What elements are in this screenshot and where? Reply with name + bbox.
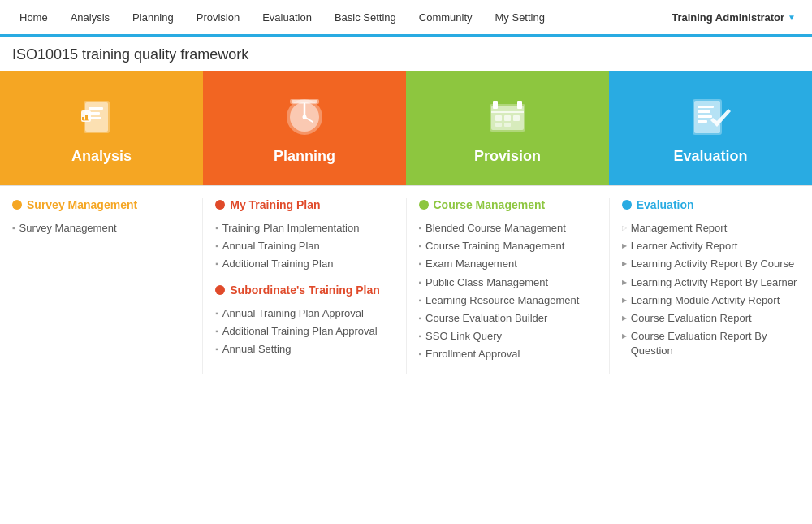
svg-rect-18	[493, 101, 498, 109]
analysis-icon	[77, 93, 126, 141]
content-area: Survey Management Survey Management My T…	[0, 185, 812, 374]
my-training-plan-menu: Training Plan Implementation Annual Trai…	[215, 219, 393, 274]
svg-rect-29	[698, 110, 710, 113]
course-management-header: Course Management	[419, 198, 597, 211]
evaluation-menu: Management Report Learner Activity Repor…	[622, 219, 800, 361]
menu-item-learner-activity-report[interactable]: Learner Activity Report	[622, 237, 800, 255]
subordinates-training-plan-header: Subordinate's Training Plan	[215, 284, 393, 297]
subordinates-dot	[215, 285, 225, 295]
menu-item-learning-activity-by-course[interactable]: Learning Activity Report By Course	[622, 255, 800, 273]
menu-item-annual-plan-approval[interactable]: Annual Training Plan Approval	[215, 305, 393, 323]
svg-rect-22	[504, 115, 511, 121]
menu-item-course-eval-builder[interactable]: Course Evaluation Builder	[419, 310, 597, 327]
svg-rect-28	[698, 106, 714, 108]
user-menu-arrow: ▼	[788, 13, 796, 22]
nav-item-basic-setting[interactable]: Basic Setting	[323, 0, 408, 36]
svg-rect-19	[517, 101, 522, 109]
analysis-menu: Survey Management	[12, 219, 190, 237]
menu-item-training-plan-impl[interactable]: Training Plan Implementation	[215, 219, 393, 237]
tile-analysis-label: Analysis	[71, 148, 132, 165]
evaluation-icon	[686, 93, 735, 141]
menu-item-blended-course[interactable]: Blended Course Management	[419, 219, 597, 237]
menu-item-survey-management[interactable]: Survey Management	[12, 219, 190, 237]
svg-rect-8	[85, 115, 88, 120]
svg-rect-2	[89, 107, 103, 110]
svg-rect-23	[513, 115, 520, 121]
evaluation-section-header: Evaluation	[622, 198, 800, 211]
page-title: ISO10015 training quality framework	[0, 37, 812, 71]
nav-item-my-setting[interactable]: My Setting	[484, 0, 556, 36]
analysis-column: Survey Management Survey Management	[0, 198, 203, 374]
nav-item-community[interactable]: Community	[408, 0, 484, 36]
my-training-plan-title: My Training Plan	[230, 198, 320, 211]
menu-item-additional-training-plan[interactable]: Additional Training Plan	[215, 255, 393, 273]
course-management-title: Course Management	[434, 198, 546, 211]
menu-item-learning-resource[interactable]: Learning Resource Management	[419, 292, 597, 310]
nav-item-analysis[interactable]: Analysis	[59, 0, 121, 36]
nav-item-provision[interactable]: Provision	[185, 0, 251, 36]
menu-item-sso-link[interactable]: SSO Link Query	[419, 327, 597, 345]
menu-item-enrollment-approval[interactable]: Enrollment Approval	[419, 345, 597, 363]
subordinates-menu: Annual Training Plan Approval Additional…	[215, 305, 393, 359]
menu-item-course-eval-by-question[interactable]: Course Evaluation Report By Question	[622, 327, 800, 360]
planning-column: My Training Plan Training Plan Implement…	[203, 198, 406, 374]
subordinates-title: Subordinate's Training Plan	[230, 284, 380, 297]
analysis-section-title: Survey Management	[27, 198, 137, 211]
user-menu[interactable]: Training Administrator ▼	[663, 11, 804, 24]
course-management-dot	[419, 200, 429, 210]
menu-item-course-eval-report[interactable]: Course Evaluation Report	[622, 310, 800, 327]
user-name: Training Administrator	[672, 11, 784, 24]
menu-item-exam-mgmt[interactable]: Exam Management	[419, 255, 597, 273]
nav-items-container: Home Analysis Planning Provision Evaluat…	[8, 0, 663, 36]
planning-icon	[280, 93, 329, 141]
svg-rect-21	[495, 115, 502, 121]
svg-point-13	[303, 115, 307, 119]
svg-rect-15	[292, 100, 317, 103]
tile-evaluation[interactable]: Evaluation	[609, 71, 812, 185]
svg-rect-24	[495, 123, 502, 127]
my-training-plan-dot	[215, 200, 225, 210]
analysis-dot	[12, 200, 22, 210]
course-management-menu: Blended Course Management Course Trainin…	[419, 219, 597, 364]
tile-analysis[interactable]: Analysis	[0, 71, 203, 185]
menu-item-annual-setting[interactable]: Annual Setting	[215, 340, 393, 358]
svg-rect-31	[698, 120, 707, 123]
tile-planning[interactable]: Planning	[203, 71, 406, 185]
tile-provision[interactable]: Provision	[406, 71, 609, 185]
nav-item-home[interactable]: Home	[8, 0, 59, 36]
tile-planning-label: Planning	[274, 148, 335, 165]
provision-column: Course Management Blended Course Managem…	[407, 198, 610, 374]
menu-item-learning-module-activity[interactable]: Learning Module Activity Report	[622, 292, 800, 310]
svg-rect-7	[82, 117, 84, 120]
top-navigation: Home Analysis Planning Provision Evaluat…	[0, 0, 812, 37]
nav-item-planning[interactable]: Planning	[121, 0, 185, 36]
menu-item-public-class[interactable]: Public Class Management	[419, 274, 597, 292]
menu-item-learning-activity-by-learner[interactable]: Learning Activity Report By Learner	[622, 274, 800, 292]
analysis-section-header: Survey Management	[12, 198, 190, 211]
provision-icon	[483, 93, 532, 141]
tile-evaluation-label: Evaluation	[673, 148, 747, 165]
tile-provision-label: Provision	[474, 148, 541, 165]
menu-item-course-training[interactable]: Course Training Management	[419, 237, 597, 255]
menu-item-annual-training-plan[interactable]: Annual Training Plan	[215, 237, 393, 255]
svg-rect-30	[698, 115, 712, 118]
menu-item-additional-plan-approval[interactable]: Additional Training Plan Approval	[215, 323, 393, 340]
nav-item-evaluation[interactable]: Evaluation	[251, 0, 323, 36]
evaluation-column: Evaluation Management Report Learner Act…	[610, 198, 812, 374]
tiles-row: Analysis Planning Provision	[0, 71, 812, 185]
evaluation-section-title: Evaluation	[637, 198, 694, 211]
menu-item-management-report[interactable]: Management Report	[622, 219, 800, 237]
evaluation-dot	[622, 200, 632, 210]
my-training-plan-header: My Training Plan	[215, 198, 393, 211]
svg-rect-25	[504, 123, 511, 127]
